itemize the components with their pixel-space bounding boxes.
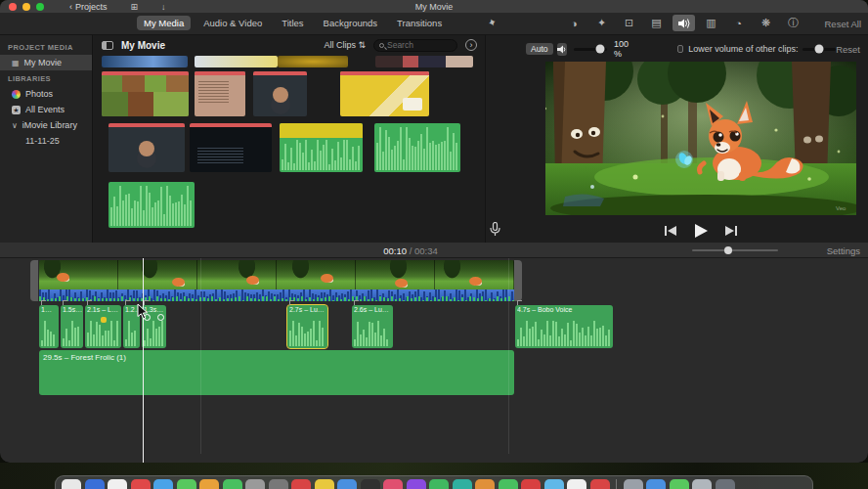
enhance-wand-icon[interactable]: ✦	[486, 16, 499, 30]
dock-app-icon[interactable]	[429, 479, 449, 489]
video-clip-filmstrip[interactable]	[39, 260, 514, 289]
sidebar-item-imovie-library[interactable]: ∨iMovie Library	[0, 117, 92, 133]
media-thumbnail-terminal[interactable]	[190, 123, 272, 172]
dock-app-icon[interactable]	[453, 479, 472, 489]
zoom-window-icon[interactable]	[36, 3, 44, 11]
dock-app-icon[interactable]	[475, 479, 495, 489]
dock-app-icon[interactable]	[131, 479, 151, 489]
tab-transitions[interactable]: Transitions	[390, 16, 449, 30]
dock-app-icon[interactable]	[361, 479, 380, 489]
sound-clip-2-7s-lu[interactable]: 2.7s – Lu…	[287, 305, 327, 348]
tab-my-media[interactable]: My Media	[137, 16, 191, 30]
reset-button[interactable]: Reset	[836, 44, 860, 55]
trim-handle-right[interactable]	[514, 260, 522, 301]
search-input[interactable]	[387, 40, 446, 50]
browser-forward-icon[interactable]: ›	[465, 39, 477, 51]
back-to-projects-button[interactable]: ‹ Projects	[69, 2, 108, 12]
video-audio-waveform[interactable]	[39, 289, 514, 301]
voiceover-mic-icon[interactable]	[490, 222, 500, 241]
sidebar-item-my-movie[interactable]: ▦My Movie	[0, 55, 92, 70]
media-thumbnail-audio[interactable]	[108, 182, 195, 228]
dock-app-icon[interactable]	[624, 479, 643, 489]
dock-app-icon[interactable]	[692, 479, 712, 489]
dock-app-icon[interactable]	[245, 479, 265, 489]
dock-app-icon[interactable]	[85, 479, 105, 489]
sound-clip-4-7s-bobo-voice[interactable]: 4.7s – Bobo Voice	[515, 305, 613, 348]
media-thumbnail-card[interactable]	[195, 71, 245, 116]
mute-speaker-icon[interactable]	[557, 43, 568, 56]
dock-app-icon[interactable]	[153, 479, 173, 489]
media-thumbnail-promo[interactable]	[340, 71, 429, 116]
sound-clip-1[interactable]: 1…	[39, 305, 59, 348]
skip-forward-button[interactable]	[725, 226, 737, 236]
dock-app-icon[interactable]	[199, 479, 219, 489]
dock-app-icon[interactable]	[499, 479, 518, 489]
clips-filter-dropdown[interactable]: All Clips ⇅	[324, 40, 366, 50]
lower-volume-slider[interactable]	[803, 48, 836, 51]
color-balance-icon[interactable]: ◑	[563, 15, 586, 31]
lower-volume-checkbox[interactable]	[677, 45, 683, 53]
minimize-window-icon[interactable]	[22, 3, 30, 11]
volume-slider[interactable]	[574, 48, 607, 51]
lower-volume-knob[interactable]	[815, 45, 824, 54]
dock-app-icon[interactable]	[716, 479, 735, 489]
timeline-settings-button[interactable]: Settings	[827, 245, 860, 256]
timeline-zoom-slider[interactable]	[692, 249, 778, 251]
color-correction-icon[interactable]: ✦	[590, 15, 613, 31]
partial-thumbnail-photos[interactable]	[375, 56, 473, 67]
auto-volume-button[interactable]: Auto	[526, 43, 553, 56]
crop-icon[interactable]: ⊡	[618, 15, 640, 31]
media-thumbnail-person[interactable]	[108, 123, 185, 172]
sound-clip-2-6s-lu[interactable]: 2.6s – Lu…	[352, 305, 393, 348]
media-thumbnail-person[interactable]	[253, 71, 307, 116]
media-import-icon[interactable]: ⊞	[131, 2, 139, 12]
sidebar-item-photos[interactable]: Photos	[0, 86, 92, 102]
tab-titles[interactable]: Titles	[275, 16, 310, 30]
reset-all-button[interactable]: Reset All	[825, 19, 862, 29]
tab-audio-video[interactable]: Audio & Video	[196, 16, 269, 30]
search-field[interactable]	[373, 39, 457, 52]
speed-icon[interactable]: ◔	[727, 15, 750, 31]
info-icon[interactable]: ⓘ	[782, 15, 804, 31]
dock-app-icon[interactable]	[383, 479, 403, 489]
sidebar-toggle-icon[interactable]	[102, 41, 113, 50]
volume-icon[interactable]	[673, 15, 695, 31]
timeline-zoom-knob[interactable]	[724, 246, 732, 254]
dock-app-icon[interactable]	[62, 479, 81, 489]
tab-backgrounds[interactable]: Backgrounds	[317, 16, 384, 30]
download-icon[interactable]: ↓	[161, 2, 166, 12]
dock-app-icon[interactable]	[646, 479, 666, 489]
sidebar-item-all-events[interactable]: ★All Events	[0, 102, 92, 117]
play-button[interactable]	[694, 224, 708, 238]
media-thumbnail-collage[interactable]	[102, 71, 189, 116]
partial-thumbnail-blue[interactable]	[102, 56, 188, 67]
stabilization-icon[interactable]: ▤	[645, 15, 668, 31]
dock-app-icon[interactable]	[223, 479, 242, 489]
close-window-icon[interactable]	[9, 3, 17, 11]
media-thumbnail-audio[interactable]	[374, 123, 460, 172]
dock-app-icon[interactable]	[315, 479, 334, 489]
dock-app-icon[interactable]	[407, 479, 426, 489]
noise-reduction-icon[interactable]: ▥	[700, 15, 722, 31]
sound-clip-1-5s[interactable]: 1.5s…	[61, 305, 83, 348]
dock-app-icon[interactable]	[269, 479, 288, 489]
media-thumbnail-audio-yellow[interactable]	[280, 123, 363, 172]
playhead[interactable]	[143, 258, 144, 463]
dock-app-icon[interactable]	[567, 479, 586, 489]
filters-icon[interactable]: ❋	[755, 15, 777, 31]
trim-handle-left[interactable]	[30, 260, 38, 301]
dock-app-icon[interactable]	[337, 479, 357, 489]
dock-app-icon[interactable]	[544, 479, 564, 489]
background-music-clip[interactable]: 29.5s – Forest Frolic (1)	[39, 350, 514, 395]
dock-app-icon[interactable]	[108, 479, 127, 489]
dock-app-icon[interactable]	[291, 479, 311, 489]
dock-app-icon[interactable]	[521, 479, 541, 489]
skip-back-button[interactable]	[665, 226, 676, 236]
dock-app-icon[interactable]	[590, 479, 610, 489]
dock-app-icon[interactable]	[670, 479, 689, 489]
partial-thumbnail-light[interactable]	[195, 56, 278, 67]
volume-slider-knob[interactable]	[596, 45, 605, 54]
sidebar-item-11-11-25[interactable]: 11-11-25	[0, 133, 92, 149]
partial-thumbnail-gold[interactable]	[278, 56, 348, 67]
dock-app-icon[interactable]	[177, 479, 196, 489]
